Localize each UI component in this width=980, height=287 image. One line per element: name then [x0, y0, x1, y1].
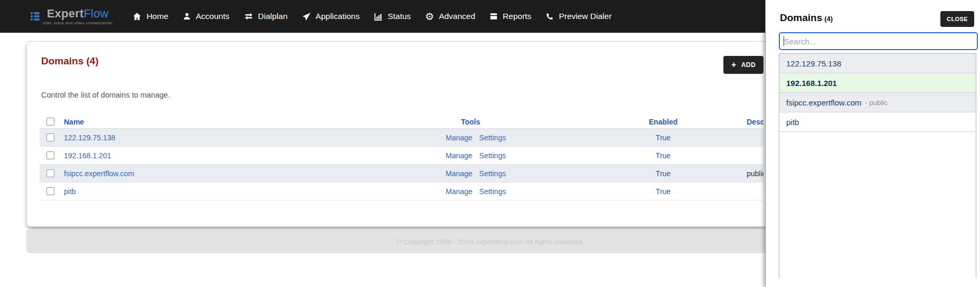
panel-title: Domains — [780, 12, 822, 23]
domain-name-link[interactable]: 192.168.1.201 — [64, 151, 111, 160]
nav-item-accounts[interactable]: Accounts — [183, 12, 230, 21]
nav-menu: Home Accounts Dialplan Applications Stat… — [133, 12, 611, 21]
nav-item-status[interactable]: Status — [374, 12, 411, 21]
column-header-description[interactable]: Description — [747, 118, 764, 126]
list-item[interactable]: 122.129.75.138 — [779, 54, 976, 73]
manage-link[interactable]: Manage — [446, 133, 473, 142]
home-icon — [133, 12, 142, 21]
search-input[interactable] — [779, 32, 978, 50]
row-checkbox[interactable] — [46, 169, 54, 177]
plus-icon: + — [731, 62, 737, 68]
manage-link[interactable]: Manage — [446, 151, 473, 160]
brand-name: ExpertFlow — [47, 8, 109, 20]
book-icon — [489, 12, 498, 21]
settings-link[interactable]: Settings — [479, 151, 506, 160]
nav-item-dialplan[interactable]: Dialplan — [244, 12, 288, 21]
domain-name-link[interactable]: 122.129.75.138 — [64, 133, 115, 142]
table-row: fsipcc.expertflow.com ManageSettings Tru… — [40, 165, 764, 183]
manage-link[interactable]: Manage — [446, 169, 473, 178]
brand-logo[interactable]: ExpertFlow chat, voice and video contact… — [31, 8, 112, 25]
domains-panel-header: Domains(4) CLOSE — [766, 0, 980, 24]
nav-item-applications[interactable]: Applications — [302, 12, 360, 21]
table-row: 122.129.75.138 ManageSettings True — [40, 129, 764, 147]
close-button[interactable]: CLOSE — [940, 11, 974, 27]
list-item[interactable]: pitb — [779, 112, 976, 132]
column-header-enabled[interactable]: Enabled — [649, 118, 677, 126]
domains-table: Name Tools Enabled Description 122.129.7… — [40, 115, 764, 200]
table-row: 192.168.1.201 ManageSettings True — [40, 147, 764, 165]
settings-link[interactable]: Settings — [479, 169, 506, 178]
enabled-value: True — [656, 187, 671, 196]
nav-item-home[interactable]: Home — [133, 12, 168, 21]
add-button[interactable]: +ADD — [723, 56, 764, 74]
enabled-value: True — [656, 133, 671, 142]
row-checkbox[interactable] — [46, 151, 54, 159]
table-header-row: Name Tools Enabled Description — [40, 115, 764, 129]
manage-link[interactable]: Manage — [446, 187, 473, 196]
copyright-text: © Copyright 2008 - 2024 expertflow.com A… — [396, 238, 584, 246]
column-header-name[interactable]: Name — [64, 118, 84, 126]
paper-plane-icon — [302, 12, 311, 21]
description-value: public — [734, 169, 764, 178]
gear-icon: ⚙ — [425, 12, 434, 21]
list-item[interactable]: fsipcc.expertflow.com - public — [779, 93, 976, 112]
domains-panel: Domains(4) CLOSE 122.129.75.138 192.168.… — [765, 0, 980, 287]
list-item-selected[interactable]: 192.168.1.201 — [779, 73, 976, 93]
list-item-note: - public — [865, 99, 888, 107]
row-checkbox[interactable] — [46, 187, 54, 195]
domain-name-link[interactable]: pitb — [64, 187, 76, 196]
panel-count: (4) — [824, 15, 833, 23]
row-checkbox[interactable] — [46, 133, 54, 141]
enabled-value: True — [656, 151, 671, 160]
brand-logo-icon — [31, 12, 40, 21]
nav-item-reports[interactable]: Reports — [489, 12, 531, 21]
settings-link[interactable]: Settings — [479, 133, 506, 142]
column-header-tools[interactable]: Tools — [461, 118, 480, 126]
bar-chart-icon — [374, 12, 383, 21]
page-title: Domains (4) — [27, 42, 771, 67]
brand-tagline: chat, voice and video contactcenter — [43, 21, 112, 25]
select-all-checkbox[interactable] — [46, 118, 54, 126]
domains-card: Domains (4) +ADD Control the list of dom… — [26, 41, 771, 227]
page-subtitle: Control the list of domains to manage. — [41, 91, 771, 99]
phone-icon — [545, 12, 554, 21]
person-icon — [183, 12, 191, 21]
table-row: pitb ManageSettings True — [40, 183, 764, 200]
domain-list: 122.129.75.138 192.168.1.201 fsipcc.expe… — [779, 53, 976, 278]
domain-name-link[interactable]: fsipcc.expertflow.com — [64, 169, 134, 178]
settings-link[interactable]: Settings — [479, 187, 506, 196]
nav-item-advanced[interactable]: ⚙ Advanced — [425, 12, 475, 21]
swap-arrows-icon — [244, 12, 253, 21]
enabled-value: True — [656, 169, 671, 178]
search-wrap — [779, 32, 977, 50]
nav-item-preview-dialer[interactable]: Preview Dialer — [545, 12, 611, 21]
text-caret — [784, 36, 784, 46]
